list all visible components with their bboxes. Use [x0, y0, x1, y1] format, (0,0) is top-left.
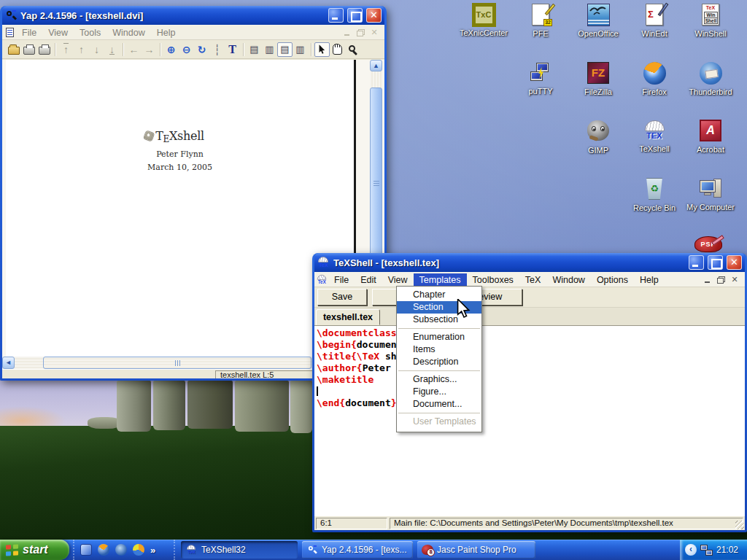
icon-label: Acrobat [684, 145, 737, 154]
menu-tex[interactable]: TeX [519, 273, 547, 287]
texshell-icon: TEX [643, 119, 667, 143]
print-button[interactable] [21, 42, 36, 57]
openoffice-icon [587, 4, 611, 28]
desktop-icon-recyclebin[interactable]: ♻ Recycle Bin [628, 177, 681, 212]
yap-titlebar[interactable]: Yap 2.4.1596 - [texshell.dvi] ✕ [2, 6, 384, 25]
vertical-scroll-thumb[interactable] [370, 88, 382, 279]
desktop-icon-texshell[interactable]: TEX TeXshell [628, 119, 681, 153]
menu-options[interactable]: Options [591, 273, 634, 287]
texshell-titlebar[interactable]: TeX TeXShell - [texshell.tex] ✕ [314, 253, 745, 272]
winshell-icon: TeX Win Shell [699, 4, 723, 28]
magnifier-tool-button[interactable] [345, 42, 360, 57]
taskbar-clock[interactable]: 21:02 [716, 545, 738, 555]
mdi-close-icon[interactable]: ✕ [368, 28, 380, 38]
desktop-icon-mycomputer[interactable]: My Computer [684, 177, 737, 211]
zoom-out-button[interactable]: ⊖ [179, 42, 194, 57]
scroll-left-button[interactable]: ◄ [2, 357, 15, 369]
menu-templates[interactable]: Templates [414, 273, 467, 287]
quick-launch-icon-1[interactable] [80, 544, 92, 556]
menu-item-document[interactable]: Document... [397, 398, 481, 411]
previous-page-button[interactable]: ↑ [74, 42, 89, 57]
taskbar-button-paintshoppro[interactable]: Jasc Paint Shop Pro [417, 541, 535, 559]
yap-menu-help[interactable]: Help [151, 26, 182, 39]
yap-menu-window[interactable]: Window [107, 26, 150, 39]
menu-edit[interactable]: Edit [355, 273, 382, 287]
menu-window[interactable]: Window [546, 273, 590, 287]
taskbar-button-texshell32[interactable]: TeX TeXShell32 [181, 541, 298, 559]
desktop-icon-putty[interactable]: puTTY [514, 61, 567, 96]
desktop-icon-firefox[interactable]: Firefox [628, 61, 681, 96]
stonehenge-stone [290, 381, 312, 433]
desktop-icon-paintshoppro[interactable]: PSP [694, 236, 727, 253]
mdi-close-icon[interactable]: ✕ [729, 275, 740, 285]
menu-item-enumeration[interactable]: Enumeration [397, 331, 481, 343]
quick-launch-thunderbird-icon[interactable] [115, 544, 127, 556]
menu-item-items[interactable]: Items [397, 343, 481, 356]
quick-launch-icon-4[interactable] [133, 544, 144, 556]
menu-view[interactable]: View [382, 273, 414, 287]
next-page-button[interactable]: ↓ [89, 42, 104, 57]
refresh-button[interactable]: ↻ [194, 42, 209, 57]
maximize-button[interactable] [708, 255, 723, 270]
menu-item-graphics[interactable]: Graphics... [397, 373, 481, 386]
minimize-button[interactable] [689, 255, 704, 270]
select-tool-button[interactable] [314, 42, 330, 57]
mdi-minimize-icon[interactable] [701, 275, 713, 285]
desktop-icon-filezilla[interactable]: FZ FileZilla [572, 61, 624, 96]
dvi-page[interactable]: TEXshell Peter Flynn March 10, 2005 [6, 60, 356, 357]
desktop: TxC TeXnicCenter 32 PFE OpenOffice Σ Win… [0, 0, 747, 560]
print-setup-button[interactable] [36, 42, 52, 57]
taskbar-button-yap[interactable]: Yap 2.4.1596 - [texs... [302, 541, 413, 559]
save-button[interactable]: Save [317, 289, 367, 306]
mdi-restore-icon[interactable] [715, 275, 727, 285]
first-page-button[interactable]: ↑ [58, 42, 74, 57]
yap-menu-view[interactable]: View [42, 26, 74, 39]
desktop-icon-winedt[interactable]: Σ WinEdt [628, 3, 681, 38]
close-button[interactable]: ✕ [366, 8, 382, 23]
desktop-icon-gimp[interactable]: GIMP [572, 119, 624, 155]
hand-tool-button[interactable] [330, 42, 345, 57]
forward-button[interactable]: → [142, 42, 157, 57]
desktop-icon-pfe[interactable]: 32 PFE [514, 3, 567, 38]
scroll-up-button[interactable]: ▲ [370, 60, 382, 71]
desktop-icon-texniccenter[interactable]: TxC TeXnicCenter [457, 3, 510, 37]
maximize-button[interactable] [347, 8, 363, 23]
start-button[interactable]: start [0, 540, 69, 560]
quick-launch-firefox-icon[interactable] [98, 544, 109, 556]
start-label: start [23, 543, 48, 556]
menu-help[interactable]: Help [634, 273, 665, 287]
menu-toolboxes[interactable]: Toolboxes [467, 273, 519, 287]
view-single-page-button[interactable]: ▤ [247, 42, 262, 57]
minimize-button[interactable] [328, 8, 344, 23]
texshell-window-title: TeXShell - [texshell.tex] [333, 257, 685, 268]
desktop-icon-winshell[interactable]: TeX Win Shell WinShell [684, 3, 737, 38]
quick-launch-overflow-chevron[interactable]: » [150, 545, 155, 556]
tab-texshell-tex[interactable]: texshell.tex [316, 309, 380, 325]
open-button[interactable] [6, 42, 21, 57]
menu-file[interactable]: File [328, 273, 355, 287]
network-tray-icon[interactable] [700, 545, 713, 556]
code-editor[interactable]: \documentclass{article} \begin{document}… [314, 325, 745, 516]
yap-menu-tools[interactable]: Tools [74, 26, 107, 39]
firefox-icon [643, 62, 667, 86]
resize-grip[interactable] [735, 521, 744, 529]
yap-menu-file[interactable]: File [16, 26, 42, 39]
view-continuous-button[interactable]: ▥ [262, 42, 277, 57]
close-button[interactable]: ✕ [727, 255, 742, 270]
desktop-icon-thunderbird[interactable]: Thunderbird [684, 61, 737, 96]
menu-item-figure[interactable]: Figure... [397, 386, 481, 398]
desktop-icon-openoffice[interactable]: OpenOffice [572, 3, 624, 38]
last-page-button[interactable]: ↓ [104, 42, 120, 57]
mdi-minimize-icon[interactable] [341, 28, 352, 38]
desktop-icon-acrobat[interactable]: A Acrobat [684, 119, 737, 154]
ruler-button[interactable]: ┆ [209, 42, 225, 57]
mdi-restore-icon[interactable] [355, 28, 366, 38]
tray-collapse-chevron[interactable]: ‹ [685, 544, 697, 556]
zoom-in-button[interactable]: ⊕ [163, 42, 179, 57]
view-spread-button[interactable]: ▥ [293, 42, 308, 57]
horizontal-scroll-thumb[interactable] [43, 357, 311, 369]
text-mode-button[interactable]: T [225, 42, 240, 57]
menu-item-description[interactable]: Description [397, 356, 481, 368]
back-button[interactable]: ← [126, 42, 142, 57]
view-page-layout-button[interactable]: ▤ [277, 42, 293, 57]
